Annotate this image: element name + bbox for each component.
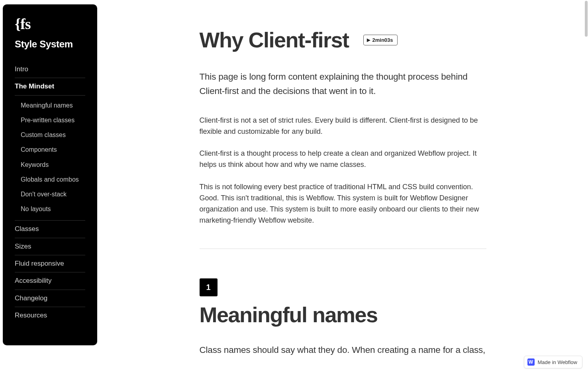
lead-paragraph: This page is long form content explainin… bbox=[200, 70, 486, 98]
sidebar-subitem-meaningful-names[interactable]: Meaningful names bbox=[15, 98, 85, 113]
made-in-webflow-badge[interactable]: W Made in Webflow bbox=[524, 356, 582, 368]
subnav: Meaningful names Pre-written classes Cus… bbox=[15, 96, 85, 221]
divider bbox=[200, 249, 486, 249]
sidebar-item-fluid-responsive[interactable]: Fluid responsive bbox=[15, 255, 85, 272]
sidebar-subitem-dont-over-stack[interactable]: Don't over-stack bbox=[15, 187, 85, 202]
webflow-icon: W bbox=[527, 358, 535, 366]
scrollbar-thumb[interactable] bbox=[585, 1, 588, 37]
sidebar-title: Style System bbox=[3, 35, 97, 61]
sidebar: {fs Style System Intro The Mindset Meani… bbox=[3, 4, 97, 345]
section-number-badge: 1 bbox=[200, 278, 218, 296]
sidebar-item-intro[interactable]: Intro bbox=[15, 61, 85, 78]
body-paragraph: Client-first is not a set of strict rule… bbox=[200, 115, 486, 137]
sidebar-subitem-custom-classes[interactable]: Custom classes bbox=[15, 127, 85, 142]
play-icon: ▶ bbox=[367, 37, 370, 43]
title-row: Why Client-first ▶ 2min03s bbox=[200, 29, 486, 51]
sidebar-subitem-no-layouts[interactable]: No layouts bbox=[15, 202, 85, 216]
sidebar-item-changelog[interactable]: Changelog bbox=[15, 290, 85, 307]
webflow-badge-text: Made in Webflow bbox=[538, 359, 577, 365]
main-content: Why Client-first ▶ 2min03s This page is … bbox=[98, 0, 588, 374]
sidebar-subitem-components[interactable]: Components bbox=[15, 142, 85, 157]
nav-list: Intro The Mindset Meaningful names Pre-w… bbox=[3, 61, 97, 324]
body-paragraph: This is not following every best practic… bbox=[200, 182, 486, 226]
logo[interactable]: {fs bbox=[3, 16, 97, 35]
section-title: Meaningful names bbox=[200, 304, 486, 326]
sidebar-item-sizes[interactable]: Sizes bbox=[15, 238, 85, 255]
sidebar-item-resources[interactable]: Resources bbox=[15, 307, 85, 324]
sidebar-subitem-keywords[interactable]: Keywords bbox=[15, 157, 85, 172]
sidebar-item-the-mindset[interactable]: The Mindset bbox=[15, 78, 85, 95]
video-duration-chip[interactable]: ▶ 2min03s bbox=[363, 35, 398, 45]
sidebar-item-accessibility[interactable]: Accessibility bbox=[15, 272, 85, 290]
section-truncated-line: Class names should say what they do. Whe… bbox=[200, 343, 486, 357]
page-title: Why Client-first bbox=[200, 29, 349, 51]
sidebar-subitem-pre-written-classes[interactable]: Pre-written classes bbox=[15, 113, 85, 127]
sidebar-item-classes[interactable]: Classes bbox=[15, 221, 85, 238]
video-duration-text: 2min03s bbox=[372, 37, 393, 43]
body-paragraph: Client-first is a thought process to hel… bbox=[200, 148, 486, 170]
sidebar-subitem-globals-and-combos[interactable]: Globals and combos bbox=[15, 172, 85, 187]
